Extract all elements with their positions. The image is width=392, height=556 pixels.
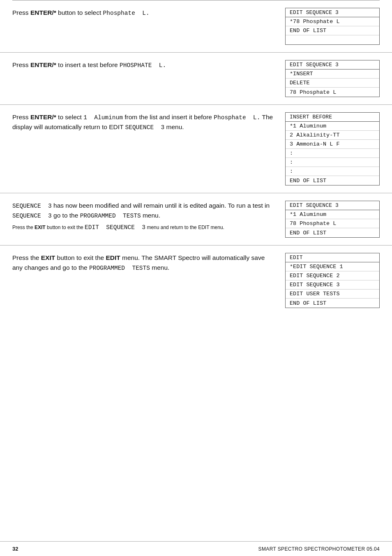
lcd-row-3-dot2: : — [286, 158, 379, 167]
lcd-header-5: EDIT — [286, 253, 379, 262]
lcd-row-3-3: 3 Ammonia-N L F — [286, 140, 379, 149]
lcd-header-4: EDIT SEQUENCE 3 — [286, 201, 379, 210]
lcd-row-2-2: DELETE — [286, 79, 379, 88]
phosphate-mono-3: Phosphate L. — [214, 114, 260, 121]
lcd-row-1-1: *78 Phosphate L — [286, 17, 379, 26]
lcd-display-4: EDIT SEQUENCE 3 *1 Aluminum 78 Phosphate… — [285, 201, 380, 238]
footer: 32 SMART SPECTRO SPECTROPHOTOMETER 05.04 — [0, 541, 392, 556]
section-2-text: Press ENTER/* to insert a test before PH… — [12, 60, 285, 70]
exit-key-label-5: EXIT — [41, 254, 55, 261]
section-4-subtext: Press the EXIT button to exit the EDIT S… — [12, 223, 275, 232]
edit-label-5: EDIT — [106, 254, 120, 261]
lcd-row-3-dot3: : — [286, 167, 379, 176]
lcd-row-4-3: END OF LIST — [286, 228, 379, 237]
section-4: SEQUENCE 3 has now been modified and wil… — [0, 193, 392, 246]
lcd-header-2: EDIT SEQUENCE 3 — [286, 60, 379, 70]
lcd-row-1-2: END OF LIST — [286, 26, 379, 35]
section-1: Press ENTER/* button to select Phosphate… — [0, 0, 392, 53]
lcd-display-2: EDIT SEQUENCE 3 *INSERT DELETE 78 Phosph… — [285, 60, 380, 97]
footer-page-number: 32 — [12, 546, 18, 552]
lcd-row-3-end: END OF LIST — [286, 176, 379, 185]
lcd-row-5-2: EDIT SEQUENCE 2 — [286, 271, 379, 280]
section-3: Press ENTER/* to select 1 Aluminum from … — [0, 105, 392, 193]
lcd-row-4-1: *1 Aluminum — [286, 210, 379, 219]
section-2: Press ENTER/* to insert a test before PH… — [0, 53, 392, 105]
page: Press ENTER/* button to select Phosphate… — [0, 0, 392, 556]
sequence3-mono-4b: SEQUENCE 3 — [12, 213, 52, 219]
lcd-row-1-3 — [286, 35, 379, 44]
lcd-header-3: INSERT BEFORE — [286, 113, 379, 122]
lcd-row-3-dot1: : — [286, 149, 379, 158]
lcd-display-3: INSERT BEFORE *1 Aluminum 2 Alkalinity-T… — [285, 112, 380, 185]
footer-title: SMART SPECTRO SPECTROPHOTOMETER 05.04 — [258, 546, 380, 552]
lcd-display-5: EDIT *EDIT SEQUENCE 1 EDIT SEQUENCE 2 ED… — [285, 253, 380, 308]
section-3-text: Press ENTER/* to select 1 Aluminum from … — [12, 112, 285, 132]
lcd-row-4-2: 78 Phosphate L — [286, 219, 379, 228]
lcd-row-2-1: *INSERT — [286, 70, 379, 79]
sequence3-mono: SEQUENCE 3 — [125, 124, 165, 131]
enter-key-label-3: ENTER/* — [30, 114, 56, 120]
lcd-row-5-4: EDIT USER TESTS — [286, 290, 379, 299]
enter-key-label-2: ENTER/* — [30, 61, 56, 68]
phosphate-mono-1: Phosphate L. — [103, 10, 150, 16]
section-4-text: SEQUENCE 3 has now been modified and wil… — [12, 201, 285, 232]
lcd-header-1: EDIT SEQUENCE 3 — [286, 8, 379, 17]
phosphate-mono-2: PHOSPHATE L. — [120, 62, 166, 69]
section-5-text: Press the EXIT button to exit the EDIT m… — [12, 253, 285, 273]
section-1-text: Press ENTER/* button to select Phosphate… — [12, 8, 285, 18]
programmed-tests-mono-4: PROGRAMMED TESTS — [80, 213, 141, 219]
edit-seq3-mono-4: EDIT SEQUENCE 3 — [85, 224, 145, 231]
lcd-row-2-3: 78 Phosphate L — [286, 88, 379, 97]
sequence3-mono-4a: SEQUENCE 3 — [12, 203, 52, 209]
lcd-display-1: EDIT SEQUENCE 3 *78 Phosphate L END OF L… — [285, 8, 380, 45]
lcd-row-5-5: END OF LIST — [286, 299, 379, 308]
enter-key-label-1: ENTER/* — [30, 9, 56, 16]
aluminum-mono: 1 Aluminum — [83, 114, 123, 121]
lcd-row-5-3: EDIT SEQUENCE 3 — [286, 280, 379, 290]
exit-key-label-4: EXIT — [35, 225, 46, 230]
lcd-row-5-1: *EDIT SEQUENCE 1 — [286, 262, 379, 271]
lcd-row-3-1: *1 Aluminum — [286, 122, 379, 131]
lcd-row-3-2: 2 Alkalinity-TT — [286, 131, 379, 140]
section-5: Press the EXIT button to exit the EDIT m… — [0, 246, 392, 315]
programmed-tests-mono-5: PROGRAMMED TESTS — [89, 265, 150, 271]
